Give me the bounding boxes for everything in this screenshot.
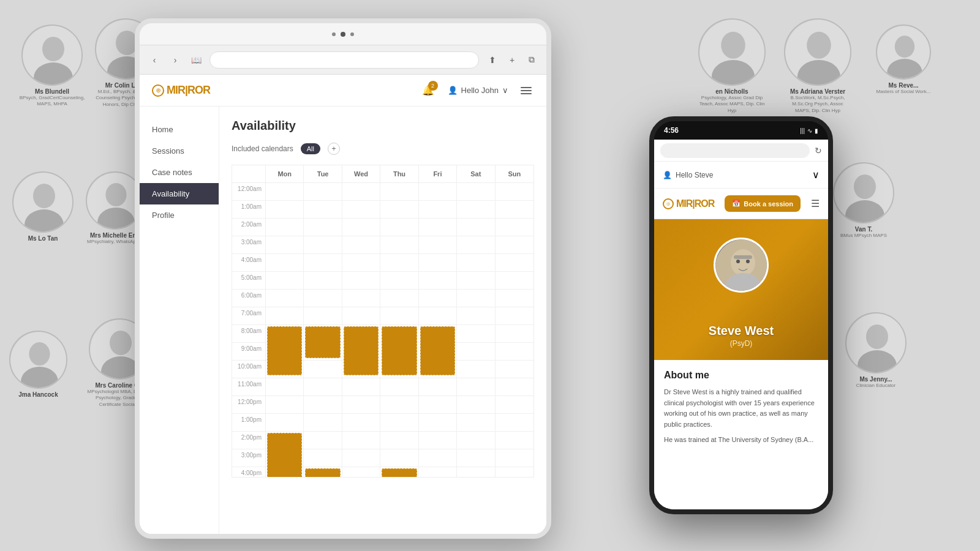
logo-icon: ◎ [152,84,164,97]
cal-cell-9-2 [304,343,342,360]
cal-cell-11-1 [266,378,304,395]
phone-logo-icon: ◎ [663,198,674,209]
cal-time-6: 6:00am [232,290,266,307]
add-calendar-btn[interactable]: + [328,143,340,155]
menu-line-3 [521,93,532,94]
app-body: Home Sessions Case notes Availability Pr… [140,107,546,534]
phone-app-header: ◎ MIR|ROR 📅 Book a session ☰ [654,189,828,219]
cal-cell-16-6 [457,467,495,477]
book-session-btn[interactable]: 📅 Book a session [725,195,801,212]
sidebar-item-sessions[interactable]: Sessions [140,140,219,162]
greeting-chevron: ∨ [502,86,508,95]
notification-btn[interactable]: 🔔 2 [418,81,438,100]
cal-cell-4-7 [496,254,533,271]
cal-cell-12-6 [457,396,495,413]
profile-credential: (PsyD) [730,339,753,348]
cal-cell-8-4 [380,325,418,342]
phone-menu-btn[interactable]: ☰ [811,198,820,209]
calendar-body: 12:00am1:00am2:00am3:00am4:00am5:00am6:0… [232,183,533,477]
cal-row-8: 8:00am [232,325,533,343]
browser-share-btn[interactable]: ⬆ [485,53,500,67]
cal-cell-13-5 [419,414,457,431]
cal-time-16: 4:00pm [232,467,266,477]
cal-cell-0-2 [304,183,342,200]
sidebar-item-casenotes[interactable]: Case notes [140,162,219,183]
cal-header-day-4: Thu [380,165,418,182]
cal-cell-7-2 [304,307,342,324]
cal-cell-13-2 [304,414,342,431]
cal-cell-8-1 [266,325,304,342]
browser-bookmark-btn[interactable]: 📖 [189,53,203,67]
browser-back-btn[interactable]: ‹ [147,53,162,67]
phone-browser-bar: ↻ [654,140,828,162]
cal-time-3: 3:00am [232,236,266,253]
cal-cell-6-5 [419,290,457,307]
profile-name: Steve West [709,324,774,338]
browser-chrome: ‹ › 📖 ⬆ + ⧉ [140,45,546,75]
cal-cell-7-7 [496,307,533,324]
cal-cell-7-5 [419,307,457,324]
cal-cell-2-5 [419,219,457,236]
svg-point-42 [736,260,740,263]
cal-cell-4-5 [419,254,457,271]
cal-cell-6-2 [304,290,342,307]
cal-cell-9-3 [342,343,380,360]
browser-add-btn[interactable]: + [505,53,519,67]
cal-header-day-5: Fri [419,165,457,182]
cal-cell-7-1 [266,307,304,324]
cal-cell-6-3 [342,290,380,307]
browser-tab-btn[interactable]: ⧉ [524,53,539,67]
cal-cell-2-1 [266,219,304,236]
cal-cell-15-7 [496,449,533,467]
cal-cell-7-4 [380,307,418,324]
phone-refresh-btn[interactable]: ↻ [815,146,822,156]
cal-cell-14-7 [496,432,533,449]
about-text: Dr Steve West is a highly trained and qu… [664,387,818,430]
cal-cell-3-6 [457,236,495,253]
battery-icon: ▮ [815,127,818,134]
phone-user-chevron: ∨ [812,169,820,181]
cal-header-day-2: Tue [304,165,342,182]
cal-cell-15-2 [304,449,342,467]
sidebar-item-profile[interactable]: Profile [140,204,219,226]
menu-btn[interactable] [518,84,534,97]
cal-header-day-0 [232,165,266,182]
cal-cell-10-1 [266,361,304,378]
cal-time-10: 10:00am [232,361,266,378]
phone-app: 👤 Hello Steve ∨ ◎ MIR|ROR 📅 Book a sessi… [654,162,828,509]
cal-cell-16-5 [419,467,457,477]
wifi-icon: ∿ [807,127,812,134]
browser-url-bar[interactable] [209,51,479,69]
availability-block [305,468,340,477]
menu-line-2 [521,90,532,91]
cal-cell-0-1 [266,183,304,200]
cal-cell-12-7 [496,396,533,413]
cal-row-4: 4:00am [232,254,533,272]
phone-url-bar[interactable] [660,143,810,158]
cal-cell-1-1 [266,201,304,218]
cal-time-8: 8:00am [232,325,266,342]
cal-cell-2-7 [496,219,533,236]
phone-device: 4:56 ||| ∿ ▮ ↻ 👤 Hello Steve [649,116,833,514]
sidebar-item-availability[interactable]: Availability [140,183,219,204]
cal-time-4: 4:00am [232,254,266,271]
cal-cell-16-7 [496,467,533,477]
phone-user-icon: 👤 [663,171,672,179]
cal-cell-6-4 [380,290,418,307]
cal-time-7: 7:00am [232,307,266,324]
tablet-mic [332,32,336,36]
cal-cell-0-6 [457,183,495,200]
browser-forward-btn[interactable]: › [168,53,183,67]
cal-time-0: 12:00am [232,183,266,200]
cal-row-15: 3:00pm [232,449,533,467]
phone-user-greeting: Hello Steve [676,171,713,179]
cal-cell-3-5 [419,236,457,253]
cal-time-12: 12:00pm [232,396,266,413]
cal-cell-14-5 [419,432,457,449]
cal-cell-6-7 [496,290,533,307]
sidebar-item-home[interactable]: Home [140,119,219,140]
cal-cell-4-6 [457,254,495,271]
cal-row-6: 6:00am [232,290,533,307]
all-calendars-btn[interactable]: All [301,143,320,154]
user-greeting[interactable]: 👤 Hello John ∨ [448,86,508,95]
